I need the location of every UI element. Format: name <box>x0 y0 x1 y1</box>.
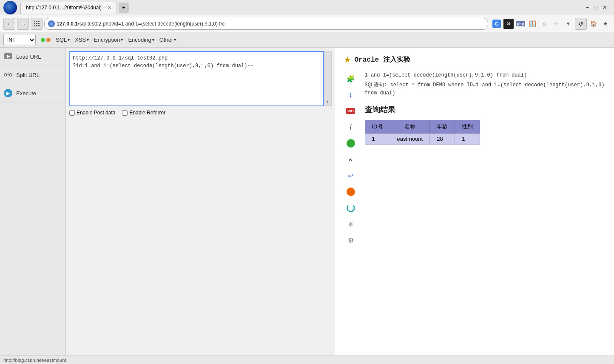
execute-button[interactable]: ▶ Execute <box>0 84 65 102</box>
section-header: ★ Oracle 注入实验 <box>344 54 606 65</box>
minimize-button[interactable]: − <box>586 4 589 11</box>
load-url-button[interactable]: Load URL <box>0 48 65 66</box>
svg-point-3 <box>9 74 12 76</box>
table-body: 1 eastmount 28 1 <box>365 133 480 144</box>
new-tab-button[interactable]: + <box>119 3 129 13</box>
google-button[interactable]: G <box>492 19 502 29</box>
status-bar: http://blog.csdn.net/eastmount <box>0 355 614 364</box>
sql-line1: 1 and 1=(select decode(length(user),9,1,… <box>365 71 606 80</box>
other-menu[interactable]: Other▾ <box>159 37 176 43</box>
col-age: 年龄 <box>430 120 455 133</box>
result-table: ID号 名称 年龄 性别 1 eastmount 28 1 <box>365 120 480 145</box>
address-bar[interactable]: 127.0.0.1/sql-test02.php?id=1 and 1=(sel… <box>44 18 488 30</box>
maximize-button[interactable]: □ <box>594 4 597 11</box>
encoding-menu[interactable]: Encoding▾ <box>128 37 154 43</box>
back-button[interactable]: ← <box>3 18 15 30</box>
hackbar-icon: S <box>503 19 514 29</box>
scroll-down-button[interactable]: + <box>324 98 331 106</box>
enable-post-label[interactable]: Enable Post data <box>69 110 115 116</box>
split-url-button[interactable]: Split URL <box>0 66 65 84</box>
menu-star-button[interactable]: ★ <box>600 19 611 29</box>
xss-menu[interactable]: XSS▾ <box>75 37 89 43</box>
scroll-up-button[interactable]: − <box>324 51 331 59</box>
cell-age: 28 <box>430 133 455 144</box>
col-name: 名称 <box>390 120 430 133</box>
enable-post-text: Enable Post data <box>77 110 115 116</box>
encryption-menu[interactable]: Encryption▾ <box>94 37 123 43</box>
col-id: ID号 <box>365 120 390 133</box>
orange-plugin-icon[interactable] <box>344 185 358 199</box>
tab-title: http://127.0.0.1...20from%20dual)-- <box>26 5 105 11</box>
cell-gender: 1 <box>455 133 480 144</box>
tab-bar: http://127.0.0.1...20from%20dual)-- ✕ + <box>20 2 129 14</box>
url-controls: Enable Post data Enable Referrer <box>69 106 332 116</box>
nav-bar: ← → 127.0.0.1/sql-test02.php?id=1 and 1=… <box>0 15 614 32</box>
scroll-track <box>324 59 331 98</box>
windows-flag-icon: 🪟 <box>527 19 537 29</box>
toolbar: INT STRING FLOAT SQL▾ XSS▾ Encryption▾ E… <box>0 32 614 48</box>
table-row: 1 eastmount 28 1 <box>365 133 480 144</box>
sql-line2: SQL语句: select * from DEMO where ID=1 and… <box>365 81 606 97</box>
teal-plugin-icon[interactable] <box>344 201 358 215</box>
browser-window: http://127.0.0.1...20from%20dual)-- ✕ + … <box>0 0 614 364</box>
title-bar: http://127.0.0.1...20from%20dual)-- ✕ + … <box>0 0 614 15</box>
address-globe-icon <box>48 20 55 27</box>
section-star-icon: ★ <box>344 54 351 65</box>
split-url-icon <box>3 70 13 80</box>
status-dots <box>41 38 51 42</box>
main-content-area: ★ Oracle 注入实验 🧩 ↓ WB i ∞ <box>335 48 614 355</box>
home-button[interactable]: ⌂ <box>539 19 549 29</box>
dot-green-1 <box>41 38 45 42</box>
address-text: 127.0.0.1/sql-test02.php?id=1 and 1=(sel… <box>57 21 484 27</box>
execute-label: Execute <box>16 90 36 97</box>
body-section: Load URL Split URL ▶ Execute <box>0 48 614 355</box>
enable-referrer-checkbox[interactable] <box>122 110 128 116</box>
left-actions-panel: Load URL Split URL ▶ Execute <box>0 48 66 355</box>
bookmark-star-button[interactable]: ☆ <box>551 19 561 29</box>
execute-icon: ▶ <box>3 88 13 98</box>
close-button[interactable]: ✕ <box>603 4 607 11</box>
green-plugin-icon[interactable] <box>344 136 358 151</box>
google-icon: G <box>492 20 501 28</box>
blue-arrow-plugin-icon[interactable]: ↩ <box>344 168 358 183</box>
table-head: ID号 名称 年龄 性别 <box>365 120 480 133</box>
puzzle-plugin-icon[interactable]: 🧩 <box>344 71 358 86</box>
active-tab[interactable]: http://127.0.0.1...20from%20dual)-- ✕ <box>20 2 117 14</box>
table-header-row: ID号 名称 年龄 性别 <box>365 120 480 133</box>
download-plugin-icon[interactable]: ↓ <box>344 88 358 102</box>
enable-referrer-text: Enable Referrer <box>129 110 165 116</box>
wb-plugin-icon[interactable]: WB <box>344 104 358 118</box>
title-bar-left: http://127.0.0.1...20from%20dual)-- ✕ + <box>3 1 129 14</box>
cell-id: 1 <box>365 133 390 144</box>
status-url: http://blog.csdn.net/eastmount <box>3 358 66 363</box>
enable-post-checkbox[interactable] <box>69 110 75 116</box>
home-icon-button[interactable]: 🏠 <box>588 19 599 29</box>
bookmark-menu-button[interactable]: ▾ <box>563 19 573 29</box>
reload-button[interactable]: ↺ <box>575 18 587 30</box>
url-textarea[interactable]: http://127.0.0.1/sql-test02.php ?id=1 an… <box>69 51 324 106</box>
content-body: 🧩 ↓ WB i ∞ ↩ <box>344 71 606 247</box>
url-input-section: http://127.0.0.1/sql-test02.php ?id=1 an… <box>66 48 335 355</box>
forward-button[interactable]: → <box>17 18 29 30</box>
enable-referrer-label[interactable]: Enable Referrer <box>122 110 165 116</box>
section-title: Oracle 注入实验 <box>355 55 410 64</box>
cell-name: eastmount <box>390 133 430 144</box>
app-logo <box>3 1 17 14</box>
load-url-label: Load URL <box>16 54 41 60</box>
nav-icons: G S php 🪟 ⌂ ☆ ▾ ↺ 🏠 ★ <box>492 18 611 30</box>
tab-close-button[interactable]: ✕ <box>108 5 111 11</box>
burst-plugin-icon[interactable]: ✳ <box>344 217 358 231</box>
grid-menu-button[interactable] <box>31 18 43 30</box>
title-bar-controls: − □ ✕ <box>586 4 611 11</box>
type-select[interactable]: INT STRING FLOAT <box>3 35 36 45</box>
info-plugin-icon[interactable]: i <box>344 120 358 134</box>
query-result-title: 查询结果 <box>365 105 606 115</box>
load-url-icon <box>3 52 13 61</box>
side-icons: 🧩 ↓ WB i ∞ ↩ <box>344 71 358 247</box>
svg-point-2 <box>4 74 7 76</box>
chain-plugin-icon[interactable]: ∞ <box>344 152 358 167</box>
gear-plugin-icon[interactable]: ⚙ <box>344 233 358 247</box>
sql-menu[interactable]: SQL▾ <box>56 37 70 43</box>
php-icon: php <box>515 19 526 29</box>
sql-content: 1 and 1=(select decode(length(user),9,1,… <box>365 71 606 145</box>
